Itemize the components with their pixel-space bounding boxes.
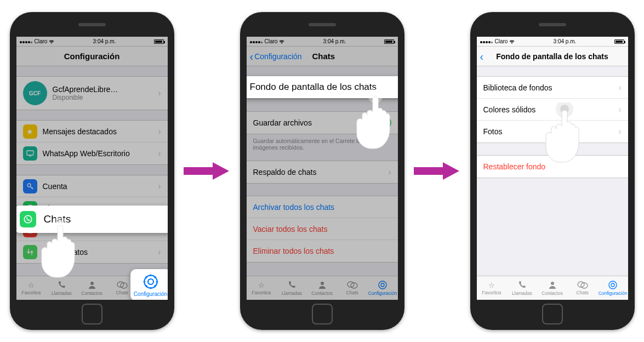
phone-2: Claro 3:04 p.m. ‹ Configuración Chats Fo…	[240, 12, 404, 330]
phone-1: Claro 3:04 p.m. Configuración GCF	[10, 12, 174, 330]
svg-point-32	[321, 282, 324, 285]
time-label: 3:04 p.m.	[554, 38, 577, 44]
tab-settings[interactable]: Configuración	[597, 276, 628, 300]
svg-point-19	[24, 215, 32, 223]
chevron-right-icon: ›	[158, 181, 161, 191]
chevron-right-icon: ›	[158, 247, 161, 257]
svg-point-35	[379, 281, 386, 289]
profile-name: GcfAprendeLibre…	[53, 85, 158, 94]
screen-chats: Claro 3:04 p.m. ‹ Configuración Chats Fo…	[247, 37, 398, 300]
row-solid-colors[interactable]: Colores sólidos ›	[477, 99, 628, 121]
tab-settings[interactable]: Configuración	[367, 276, 397, 300]
tab-favorites[interactable]: ☆Favoritos	[247, 276, 277, 300]
row-web[interactable]: WhatsApp Web/Escritorio ›	[16, 142, 168, 164]
carrier-label: Claro	[35, 38, 48, 44]
star-icon: ★	[23, 124, 37, 139]
tab-calls[interactable]: Llamadas	[507, 276, 537, 300]
svg-point-21	[148, 279, 153, 284]
svg-point-42	[609, 281, 617, 289]
carrier-label: Claro	[495, 38, 508, 44]
toggle-on[interactable]	[369, 117, 391, 129]
wifi-icon	[279, 39, 284, 44]
row-profile[interactable]: GCF GcfAprendeLibre… Disponible ›	[16, 77, 168, 110]
highlight-chats-row[interactable]: Chats	[16, 206, 168, 233]
wifi-icon	[509, 39, 515, 44]
back-button[interactable]: ‹ Configuración	[250, 47, 302, 66]
status-bar: Claro 3:04 p.m.	[247, 37, 398, 47]
tab-chats[interactable]: Chats	[337, 276, 367, 300]
back-button[interactable]: ‹	[480, 47, 484, 66]
row-reset[interactable]: Restablecer fondo	[477, 156, 628, 178]
time-label: 3:04 p.m.	[93, 38, 116, 44]
page-title: Chats	[312, 52, 335, 61]
highlight-chats-label: Chats	[44, 213, 71, 225]
row-backup[interactable]: Respaldo de chats ›	[247, 161, 398, 183]
svg-point-6	[90, 282, 94, 285]
tab-calls[interactable]: Llamadas	[47, 276, 77, 300]
navbar: ‹ Configuración Chats	[247, 47, 398, 66]
svg-point-39	[551, 282, 554, 285]
navbar: Configuración	[16, 47, 168, 66]
tab-calls[interactable]: Llamadas	[277, 276, 307, 300]
time-label: 3:04 p.m.	[323, 38, 346, 44]
whatsapp-icon	[20, 211, 36, 227]
navbar: ‹ Fondo de pantalla de los chats	[477, 47, 628, 66]
chevron-right-icon: ›	[158, 88, 161, 98]
chevron-left-icon: ‹	[250, 51, 254, 62]
wifi-icon	[49, 39, 54, 44]
avatar: GCF	[23, 81, 47, 105]
row-save-files[interactable]: Guardar archivos	[247, 112, 398, 134]
page-title: Configuración	[64, 52, 120, 61]
svg-point-36	[381, 283, 384, 287]
svg-rect-0	[27, 151, 33, 155]
tab-contacts[interactable]: Contactos	[77, 276, 107, 300]
row-empty[interactable]: Vaciar todos los chats	[247, 218, 398, 240]
desktop-icon	[23, 146, 37, 161]
chevron-right-icon: ›	[158, 149, 161, 158]
svg-rect-1	[29, 156, 31, 156]
phone-3: Claro 3:04 p.m. ‹ Fondo de pantalla de l…	[470, 12, 635, 330]
chevron-right-icon: ›	[158, 127, 161, 136]
row-library[interactable]: Biblioteca de fondos ›	[477, 77, 628, 99]
carrier-label: Claro	[265, 38, 278, 44]
status-bar: Claro 3:04 p.m.	[16, 37, 168, 47]
row-archive[interactable]: Archivar todos los chats	[247, 196, 398, 218]
tab-favorites[interactable]: ☆Favoritos	[477, 276, 507, 300]
chevron-right-icon: ›	[388, 167, 391, 177]
row-photos[interactable]: Fotos ›	[477, 121, 628, 142]
row-data[interactable]: Uso de datos ›	[16, 241, 168, 263]
highlight-wallpaper-label: Fondo de pantalla de los chats	[250, 82, 377, 93]
profile-status: Disponible	[53, 94, 158, 101]
chevron-left-icon: ‹	[480, 51, 484, 62]
data-icon	[23, 245, 37, 259]
highlight-settings-label: Configuración	[134, 291, 168, 297]
screen-wallpaper: Claro 3:04 p.m. ‹ Fondo de pantalla de l…	[477, 37, 628, 300]
tab-contacts[interactable]: Contactos	[307, 276, 337, 300]
tab-bar: ☆Favoritos Llamadas Contactos Chats Conf…	[247, 276, 398, 300]
tab-contacts[interactable]: Contactos	[537, 276, 567, 300]
chevron-right-icon: ›	[618, 83, 621, 93]
row-delete[interactable]: Eliminar todos los chats	[247, 240, 398, 262]
key-icon	[23, 179, 37, 193]
svg-point-43	[611, 283, 614, 287]
tab-chats[interactable]: Chats	[567, 276, 597, 300]
arrow-right-icon	[413, 160, 462, 182]
page-title: Fondo de pantalla de los chats	[496, 52, 608, 61]
tab-bar: ☆Favoritos Llamadas Contactos Chats Conf…	[477, 276, 628, 300]
chevron-right-icon: ›	[618, 105, 621, 115]
highlight-wallpaper-row[interactable]: Fondo de pantalla de los chats	[247, 76, 398, 98]
chevron-right-icon: ›	[618, 127, 621, 136]
row-starred[interactable]: ★ Mensajes destacados ›	[16, 121, 168, 142]
highlight-settings-tab[interactable]: Configuración	[130, 269, 168, 300]
arrow-right-icon	[183, 160, 232, 182]
gear-icon	[143, 273, 159, 290]
row-account[interactable]: Cuenta ›	[16, 175, 168, 197]
tab-favorites[interactable]: ☆Favoritos	[16, 276, 47, 300]
screen-settings: Claro 3:04 p.m. Configuración GCF	[16, 37, 168, 300]
status-bar: Claro 3:04 p.m.	[477, 37, 628, 47]
save-footer: Guardar automáticamente en el Carrete lo…	[247, 134, 398, 151]
